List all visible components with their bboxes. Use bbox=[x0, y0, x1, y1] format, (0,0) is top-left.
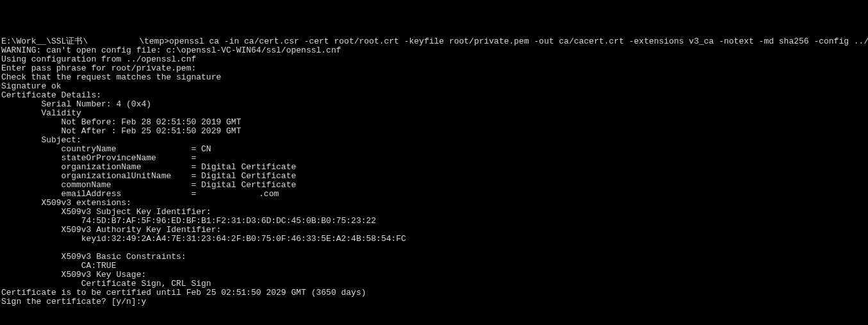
output-line bbox=[1, 306, 867, 315]
path-suffix: \temp> bbox=[139, 37, 169, 46]
output-line: commonName = Digital Certificate bbox=[1, 181, 867, 190]
output-line: Serial Number: 4 (0x4) bbox=[1, 100, 867, 109]
output-line: Signature ok bbox=[1, 82, 867, 91]
redacted-path bbox=[88, 38, 139, 46]
command-text: openssl ca -in ca/cert.csr -cert root/ro… bbox=[169, 37, 868, 46]
output-line: countryName = CN bbox=[1, 145, 867, 154]
output-line: Certificate Sign, CRL Sign bbox=[1, 279, 867, 288]
output-line: Using configuration from ../openssl.cnf bbox=[1, 55, 867, 64]
output-line: Not Before: Feb 28 02:51:50 2019 GMT bbox=[1, 118, 867, 127]
output-line: Certificate Details: bbox=[1, 91, 867, 100]
output-line: WARNING: can't open config file: c:\open… bbox=[1, 46, 867, 55]
output-line-state: stateOrProvinceName = bbox=[1, 154, 867, 163]
output-line bbox=[1, 244, 867, 253]
redacted-email bbox=[201, 190, 259, 198]
output-line bbox=[1, 315, 867, 324]
output-line: Certificate is to be certified until Feb… bbox=[1, 288, 867, 297]
output-line: Not After : Feb 25 02:51:50 2029 GMT bbox=[1, 127, 867, 136]
output-line: Sign the certificate? [y/n]:y bbox=[1, 297, 867, 306]
output-line: X509v3 Authority Key Identifier: bbox=[1, 226, 867, 235]
output-line-email: emailAddress = .com bbox=[1, 190, 867, 199]
output-line: X509v3 Key Usage: bbox=[1, 271, 867, 279]
output-line: organizationalUnitName = Digital Certifi… bbox=[1, 172, 867, 181]
output-line: 74:5D:B7:AF:5F:96:ED:BF:B1:F2:31:D3:6D:D… bbox=[1, 217, 867, 226]
output-line: Check that the request matches the signa… bbox=[1, 73, 867, 82]
output-line: Enter pass phrase for root/private.pem: bbox=[1, 64, 867, 73]
output-line: X509v3 Subject Key Identifier: bbox=[1, 208, 867, 217]
prompt-line: E:\Work__\SSL证书\ \temp>openssl ca -in ca… bbox=[1, 37, 867, 46]
redacted-state bbox=[201, 154, 236, 162]
output-line: keyid:32:49:2A:A4:7E:31:23:64:2F:B0:75:0… bbox=[1, 235, 867, 244]
path-prefix: E:\Work__\SSL证书\ bbox=[1, 37, 88, 46]
terminal-output[interactable]: E:\Work__\SSL证书\ \temp>openssl ca -in ca… bbox=[1, 37, 867, 325]
output-line: X509v3 extensions: bbox=[1, 199, 867, 208]
output-line: organizationName = Digital Certificate bbox=[1, 163, 867, 172]
output-line: Validity bbox=[1, 109, 867, 118]
output-line: X509v3 Basic Constraints: bbox=[1, 253, 867, 262]
output-line: CA:TRUE bbox=[1, 262, 867, 271]
output-line: Subject: bbox=[1, 136, 867, 145]
